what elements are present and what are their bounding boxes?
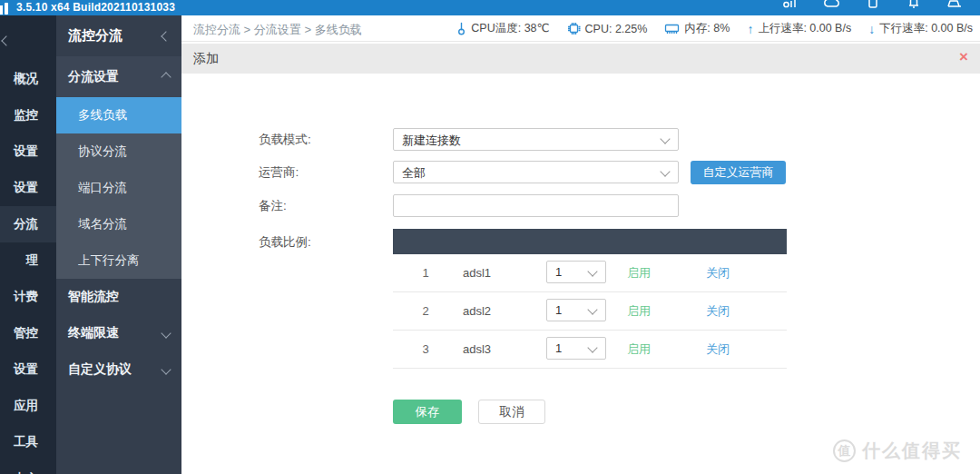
primary-menu-item-label: 应用 bbox=[14, 398, 38, 414]
submenu: 多线负载 协议分流 端口分流 域名分流 上下行分离 bbox=[56, 97, 181, 279]
arrow-up-icon: ↑ bbox=[747, 23, 753, 35]
submenu-item-label: 多线负载 bbox=[78, 107, 127, 123]
row-id: 2 bbox=[393, 304, 458, 318]
chevron-down-icon bbox=[587, 342, 597, 352]
close-line-link[interactable]: 关闭 bbox=[705, 303, 787, 320]
custom-isp-button[interactable]: 自定义运营商 bbox=[691, 161, 786, 184]
chevron-down-icon bbox=[161, 328, 171, 338]
chevron-down-icon bbox=[660, 166, 670, 176]
watermark-badge: 值 bbox=[833, 439, 856, 462]
close-line-link[interactable]: 关闭 bbox=[705, 265, 787, 281]
isp-value: 全部 bbox=[402, 165, 426, 182]
ratio-select[interactable]: 1 bbox=[546, 337, 606, 360]
primary-menu-item[interactable]: 设置 bbox=[0, 351, 56, 388]
menu-section-label: 终端限速 bbox=[68, 325, 119, 341]
chevron-down-icon bbox=[587, 304, 597, 314]
primary-menu-item[interactable]: 设置 bbox=[0, 170, 56, 206]
menu-section-label: 智能流控 bbox=[68, 289, 119, 305]
submenu-item[interactable]: 上下行分离 bbox=[56, 242, 181, 279]
cancel-button[interactable]: 取消 bbox=[478, 400, 545, 424]
download-rate-value: 下行速率: 0.00 B/s bbox=[879, 21, 973, 36]
primary-menu-item-label: 计费 bbox=[14, 289, 38, 305]
submenu-item-label: 上下行分离 bbox=[78, 252, 140, 269]
status-badge: 启用 bbox=[625, 303, 705, 320]
primary-menu-item-label: 分流 bbox=[14, 216, 38, 232]
app-logo-icon bbox=[0, 2, 9, 15]
primary-menu-item-label: 监控 bbox=[14, 107, 38, 123]
cpu-temp-value: CPU温度: 38℃ bbox=[471, 21, 549, 36]
primary-menu-item-label: 理 bbox=[26, 252, 39, 269]
sidebar-collapse-icon[interactable] bbox=[3, 32, 10, 48]
topbar-icon-group bbox=[782, 0, 964, 9]
ratio-value: 1 bbox=[555, 341, 562, 355]
primary-menu-item-label: 中心 bbox=[14, 470, 38, 474]
row-id: 1 bbox=[393, 266, 458, 280]
table-row: 3 adsl3 1 启用 关闭 bbox=[393, 331, 787, 369]
menu-sections: 智能流控 终端限速 自定义协议 bbox=[56, 279, 181, 388]
primary-sidebar: 概况 监控 设置 设置 分流 理 计费 管控 设置 应用 工具 中心 bbox=[0, 15, 56, 474]
secondary-sidebar: 流控分流 分流设置 多线负载 协议分流 端口分流 域名分流 上下行分离 智能流控… bbox=[56, 15, 181, 474]
status-badge: 启用 bbox=[625, 341, 705, 358]
menu-section-item[interactable]: 终端限速 bbox=[56, 315, 181, 351]
row-line-name: adsl1 bbox=[458, 266, 542, 280]
load-mode-label: 负载模式: bbox=[259, 128, 390, 151]
chevron-down-icon bbox=[660, 133, 670, 143]
primary-menu-item[interactable]: 监控 bbox=[0, 97, 56, 133]
remark-label: 备注: bbox=[259, 194, 390, 217]
signal-icon[interactable] bbox=[782, 0, 799, 9]
menu-section-item[interactable]: 自定义协议 bbox=[56, 351, 181, 388]
cpu-value: CPU: 2.25% bbox=[585, 23, 648, 35]
ratio-select[interactable]: 1 bbox=[546, 261, 606, 283]
main-content: 流控分流 > 分流设置 > 多线负载 CPU温度: 38℃ CPU: 2.25%… bbox=[181, 15, 980, 474]
primary-menu-item[interactable]: 管控 bbox=[0, 315, 56, 351]
primary-menu-item[interactable]: 工具 bbox=[0, 424, 56, 460]
isp-select[interactable]: 全部 bbox=[393, 161, 679, 183]
load-mode-select[interactable]: 新建连接数 bbox=[393, 128, 679, 151]
cloud-icon[interactable] bbox=[823, 0, 841, 9]
submenu-item[interactable]: 协议分流 bbox=[56, 133, 181, 170]
breadcrumb-bar: 流控分流 > 分流设置 > 多线负载 CPU温度: 38℃ CPU: 2.25%… bbox=[181, 15, 980, 42]
phone-icon[interactable] bbox=[865, 0, 881, 9]
primary-menu-item[interactable]: 中心 bbox=[0, 460, 56, 474]
menu-section-item[interactable]: 智能流控 bbox=[56, 279, 181, 315]
submenu-item-label: 协议分流 bbox=[78, 143, 127, 160]
primary-menu-item[interactable]: 应用 bbox=[0, 388, 56, 424]
panel-header: 添加 × bbox=[181, 44, 980, 74]
table-header-row bbox=[393, 229, 787, 254]
load-ratio-label: 负载比例: bbox=[259, 231, 390, 253]
chevron-left-icon[interactable] bbox=[161, 31, 171, 41]
submenu-item[interactable]: 域名分流 bbox=[56, 206, 181, 242]
memory-icon bbox=[664, 23, 680, 35]
load-ratio-table: 1 adsl1 1 启用 关闭 2 adsl2 1 bbox=[393, 229, 787, 369]
primary-menu-item[interactable]: 理 bbox=[0, 242, 56, 279]
drawer-icon[interactable] bbox=[946, 0, 964, 9]
primary-menu-item[interactable]: 概况 bbox=[0, 61, 56, 97]
top-title-bar: 3.5.10 x64 Build202110131033 bbox=[0, 0, 980, 15]
primary-menu-item[interactable]: 设置 bbox=[0, 133, 56, 170]
remark-input[interactable] bbox=[393, 194, 679, 217]
primary-menu-item[interactable]: 计费 bbox=[0, 279, 56, 315]
upload-rate-value: 上行速率: 0.00 B/s bbox=[758, 21, 851, 36]
menu-group-split-settings[interactable]: 分流设置 bbox=[56, 56, 181, 97]
arrow-down-icon: ↓ bbox=[868, 23, 875, 35]
build-version-label: 3.5.10 x64 Build202110131033 bbox=[16, 1, 175, 14]
save-button[interactable]: 保存 bbox=[393, 400, 462, 424]
status-badge: 启用 bbox=[625, 265, 705, 281]
close-icon[interactable]: × bbox=[959, 49, 968, 64]
secondary-sidebar-header: 流控分流 bbox=[56, 15, 181, 56]
cpu-icon bbox=[567, 22, 581, 35]
watermark: 值 什么值得买 bbox=[833, 439, 962, 463]
ratio-value: 1 bbox=[555, 265, 562, 279]
menu-section-label: 自定义协议 bbox=[68, 361, 132, 378]
submenu-item[interactable]: 端口分流 bbox=[56, 170, 181, 206]
ratio-select[interactable]: 1 bbox=[546, 299, 606, 321]
chevron-down-icon bbox=[587, 266, 597, 276]
cpu-temp-status: CPU温度: 38℃ bbox=[456, 21, 549, 36]
breadcrumb: 流控分流 > 分流设置 > 多线负载 bbox=[193, 22, 362, 38]
bell-icon[interactable] bbox=[906, 0, 922, 9]
close-line-link[interactable]: 关闭 bbox=[705, 341, 787, 358]
submenu-item[interactable]: 多线负载 bbox=[56, 97, 181, 133]
primary-menu-item[interactable]: 分流 bbox=[0, 206, 56, 242]
primary-menu-item-label: 管控 bbox=[14, 325, 38, 341]
memory-status: 内存: 8% bbox=[664, 21, 730, 36]
